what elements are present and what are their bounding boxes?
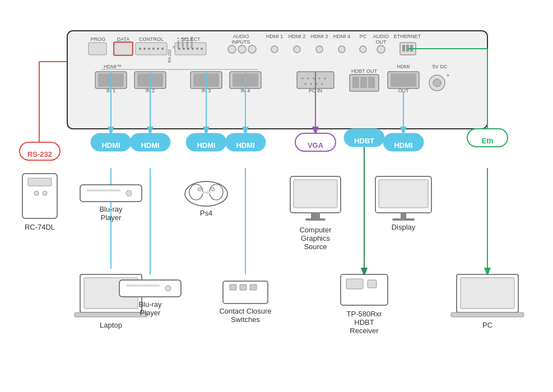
pin3 <box>148 48 150 50</box>
computer-stand <box>311 213 320 218</box>
label-audio-out2: OUT <box>376 39 387 45</box>
rc74dl-screen <box>28 178 52 186</box>
display-stand <box>401 213 406 218</box>
cc-switch3 <box>250 284 257 290</box>
vga-p4 <box>319 78 320 80</box>
audio-in1 <box>228 45 236 53</box>
audio-in2 <box>238 45 246 53</box>
label-hdbt-out: HDBT OUT <box>351 68 377 74</box>
label-data: DATA <box>117 36 130 42</box>
ps4-btn1 <box>198 188 201 191</box>
bluray1-slot <box>87 189 120 192</box>
ps4-btn2 <box>211 188 215 191</box>
display-base <box>392 218 415 221</box>
cc-switch1 <box>230 284 236 290</box>
display-screen <box>379 180 428 208</box>
bluray1-label1: Blu-ray <box>99 205 123 213</box>
bluray2-label2: Player <box>140 309 161 317</box>
pc-dot <box>360 46 366 53</box>
computer-base <box>305 218 326 221</box>
vga-p3 <box>313 78 315 80</box>
bluray2-btn <box>165 286 171 291</box>
hdmi4-dot <box>338 46 345 53</box>
hdmi2-dot <box>294 46 300 53</box>
hdmi3-dot <box>316 46 323 53</box>
audio-in3 <box>248 45 256 53</box>
tp580-label2: HDBT <box>354 318 374 326</box>
badge-eth-label: Eth <box>482 137 494 145</box>
computer-label2: Graphics <box>301 234 331 242</box>
label-audio-out: AUDIO <box>373 34 389 39</box>
svg-text:Hdmi 2: Hdmi 2 <box>181 37 184 48</box>
computer-screen <box>294 180 337 208</box>
label-hdmi4-top: HDMI 4 <box>333 34 351 39</box>
hdmi1-dot <box>271 46 278 53</box>
tp580-indicator <box>346 279 363 289</box>
label-prog: PROG <box>91 36 106 42</box>
ps4-center <box>202 192 211 194</box>
tp580-port <box>368 280 377 288</box>
label-hdmi2-top: HDMI 2 <box>289 34 306 39</box>
label-pc-top: PC <box>360 34 367 39</box>
contact-label1: Contact Closure <box>219 307 271 315</box>
pc-screen-inner <box>461 278 514 309</box>
badge-hdmi2-label: HDMI <box>141 141 159 150</box>
vga-p7 <box>310 83 312 85</box>
bluray1-body <box>80 185 142 202</box>
port-data <box>114 43 132 55</box>
badge-vga-label: VGA <box>308 141 324 150</box>
vga-p9 <box>322 83 323 85</box>
label-audio-inputs2: INPUTS <box>231 39 250 45</box>
ps4-right <box>210 184 223 200</box>
badge-hdbt-label: HDBT <box>354 137 374 145</box>
bluray1-btn <box>126 190 132 196</box>
label-5vdc: 5V DC <box>433 64 448 69</box>
computer-label3: Source <box>304 242 327 251</box>
vga-p5 <box>324 78 326 80</box>
badge-hdmi-out-label: HDMI <box>394 141 412 150</box>
hdmi-out-inner <box>391 73 416 87</box>
label-hdmi3-top: HDMI 3 <box>311 34 328 39</box>
bluray2-slot <box>126 284 160 287</box>
svg-text:Remote: Remote <box>190 36 193 48</box>
rc74dl-label: RC-74DL <box>25 223 55 231</box>
computer-label1: Computer <box>299 226 332 234</box>
rc74dl-btn1 <box>34 191 39 195</box>
svg-text:Hdmi 1: Hdmi 1 <box>176 37 180 48</box>
laptop-label: Laptop <box>100 321 122 329</box>
badge-hdmi3-label: HDMI <box>197 141 215 150</box>
pin11 <box>196 48 198 50</box>
label-control: CONTROL <box>139 36 164 42</box>
pin2 <box>143 48 146 50</box>
label-audio-inputs: AUDIO <box>233 34 249 39</box>
hdbt-pin3 <box>368 77 375 88</box>
eth-pin1 <box>402 45 405 52</box>
pc-keyboard <box>451 312 524 317</box>
label-plus: + <box>447 73 449 78</box>
vga-p1 <box>302 78 304 80</box>
pin5 <box>157 48 159 50</box>
pc-label: PC <box>482 321 492 329</box>
vga-p2 <box>308 78 309 80</box>
tp580-label3: Receiver <box>350 326 379 335</box>
label-ethernet: ETHERNET <box>394 34 421 39</box>
label-hdmi-tm: HDMI™ <box>104 64 122 69</box>
label-hdmi1-top: HDMI 1 <box>266 34 284 39</box>
bluray2-body <box>119 280 181 297</box>
ps4-left <box>189 184 203 200</box>
ps4-label: Ps4 <box>200 209 212 217</box>
pin6 <box>161 48 164 50</box>
ctrl-label-rs232: RS-232 <box>168 49 171 63</box>
hdbt-pin1 <box>352 77 359 88</box>
laptop-keyboard <box>75 312 147 317</box>
vga-p6 <box>305 83 306 85</box>
contact-label2: Switches <box>231 315 261 324</box>
pin1 <box>139 48 141 50</box>
bluray1-label2: Player <box>101 213 122 222</box>
display-label: Display <box>392 223 416 231</box>
audio-out-dot <box>377 45 385 53</box>
svg-text:G: G <box>172 45 175 48</box>
pin12 <box>201 48 203 50</box>
tp580-label1: TP-580Rxr <box>347 310 383 318</box>
cc-switch2 <box>240 284 247 290</box>
